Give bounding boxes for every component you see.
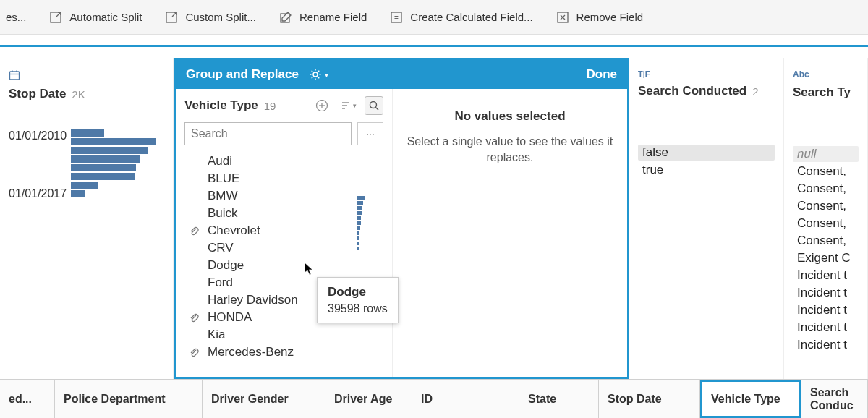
datatype-boolean-icon: T|F (629, 58, 783, 81)
field-card-search-conducted[interactable]: T|F Search Conducted 2 falsetrue (629, 58, 784, 379)
toolbar-truncated-left[interactable]: es... (6, 11, 26, 23)
remove-icon (556, 11, 569, 24)
search-toggle-button[interactable] (365, 96, 383, 115)
date-start-label: 01/01/2010 (9, 129, 67, 142)
automatic-split-button[interactable]: Automatic Split (49, 11, 142, 24)
field-cards-row: Stop Date 2K 01/01/2010 01/01/2017 Group… (0, 58, 868, 379)
histogram-bar (71, 182, 98, 189)
histogram-bar (71, 164, 136, 171)
value-item[interactable]: true (638, 162, 775, 178)
svg-rect-6 (10, 72, 20, 80)
caret-down-icon: ▾ (325, 71, 328, 79)
value-item[interactable]: Audi (184, 153, 383, 170)
histogram-bar (71, 129, 104, 137)
sort-dropdown[interactable]: ▾ (339, 96, 357, 115)
grid-header-police-department[interactable]: Police Department (55, 380, 203, 418)
rename-icon (279, 11, 292, 24)
toolbar: es... Automatic Split Custom Split... Re… (0, 0, 868, 35)
field-card-search-type[interactable]: Abc Search Ty nullConsent,Consent,Consen… (784, 58, 868, 379)
svg-text:=: = (394, 14, 399, 22)
vehicle-type-title: Vehicle Type (184, 98, 258, 113)
gear-icon (309, 68, 322, 81)
grid-header-vehicle-type[interactable]: Vehicle Type (700, 380, 801, 418)
value-item[interactable]: Incident t (793, 337, 859, 353)
grid-header-driver-age[interactable]: Driver Age (326, 380, 412, 418)
value-item[interactable]: null (793, 146, 859, 162)
group-settings-dropdown[interactable]: ▾ (309, 68, 328, 81)
value-item[interactable]: Incident t (793, 302, 859, 318)
toolbar-label: Create Calculated Field... (410, 11, 532, 23)
value-item[interactable]: Consent, (793, 233, 859, 249)
value-label: Mercedes-Benz (206, 345, 295, 359)
grid-header-driver-gender[interactable]: Driver Gender (203, 380, 326, 418)
value-label: HONDA (206, 310, 253, 325)
grid-header-state[interactable]: State (519, 380, 599, 418)
field-title: Search Conducted (638, 84, 746, 98)
histogram-bar (71, 147, 148, 154)
value-label: Buick (206, 206, 239, 221)
histogram-bar (71, 173, 135, 180)
more-options-button[interactable]: ··· (357, 122, 383, 145)
toolbar-label: Rename Field (299, 11, 367, 23)
no-values-subtitle: Select a single value to see the values … (406, 134, 614, 166)
divider (0, 45, 868, 47)
plus-circle-icon (315, 99, 328, 112)
date-histogram: 01/01/2010 01/01/2017 (0, 129, 173, 200)
value-label: Chevrolet (206, 223, 262, 238)
create-calculated-field-button[interactable]: = Create Calculated Field... (390, 11, 532, 24)
value-item[interactable]: CRV (184, 239, 383, 257)
value-item[interactable]: Consent, (793, 216, 859, 231)
remove-field-button[interactable]: Remove Field (556, 11, 644, 24)
grid-header-cell[interactable]: ed... (0, 380, 55, 418)
value-item[interactable]: Consent, (793, 198, 859, 214)
histogram-bar (71, 138, 156, 145)
value-label: BLUE (206, 171, 241, 186)
value-item[interactable]: Chevrolet (184, 222, 383, 239)
value-label: Kia (206, 328, 227, 342)
tooltip-title: Dodge (328, 285, 388, 299)
svg-line-17 (318, 71, 319, 72)
value-label: Harley Davidson (206, 293, 299, 307)
group-replace-header: Group and Replace ▾ Done (176, 60, 627, 89)
custom-split-button[interactable]: Custom Split... (165, 11, 256, 24)
search-icon (368, 100, 380, 111)
sort-icon (340, 99, 353, 112)
grid-header-id[interactable]: ID (412, 380, 519, 418)
value-item[interactable]: Incident t (793, 285, 859, 301)
vehicle-type-count: 19 (264, 100, 276, 112)
grid-header-search-conducted[interactable]: Search Conduc (801, 380, 868, 418)
value-item[interactable]: false (638, 145, 775, 161)
cursor-icon (304, 262, 315, 276)
rename-field-button[interactable]: Rename Field (279, 11, 367, 24)
grid-header-stop-date[interactable]: Stop Date (599, 380, 700, 418)
done-button[interactable]: Done (587, 67, 618, 82)
caret-down-icon: ▾ (353, 102, 357, 109)
value-item[interactable]: Consent, (793, 181, 859, 197)
datatype-string-icon: Abc (784, 58, 867, 82)
paperclip-icon (189, 226, 200, 236)
toolbar-label: Automatic Split (69, 11, 142, 23)
search-input[interactable] (184, 122, 352, 145)
value-item[interactable]: Kia (184, 326, 383, 344)
svg-point-10 (313, 72, 318, 77)
date-end-label: 01/01/2017 (9, 187, 67, 200)
value-item[interactable]: BMW (184, 187, 383, 205)
calc-icon: = (390, 11, 403, 24)
value-item[interactable]: Buick (184, 205, 383, 222)
add-group-button[interactable] (312, 96, 331, 115)
paperclip-icon (189, 312, 200, 323)
value-item[interactable]: BLUE (184, 170, 383, 187)
datatype-date-icon (0, 58, 173, 84)
group-left-pane: Vehicle Type 19 ▾ (176, 89, 393, 377)
value-label: Ford (206, 276, 234, 290)
toolbar-label: Remove Field (576, 11, 644, 23)
divider (9, 116, 164, 116)
field-card-stop-date[interactable]: Stop Date 2K 01/01/2010 01/01/2017 (0, 58, 174, 379)
value-item[interactable]: Incident t (793, 268, 859, 283)
value-item[interactable]: Mercedes-Benz (184, 344, 383, 361)
value-item[interactable]: Exigent C (793, 250, 859, 266)
value-item[interactable]: Consent, (793, 163, 859, 179)
value-item[interactable]: Incident t (793, 320, 859, 336)
field-count: 2 (752, 85, 758, 98)
value-item[interactable]: Dodge (184, 257, 383, 274)
